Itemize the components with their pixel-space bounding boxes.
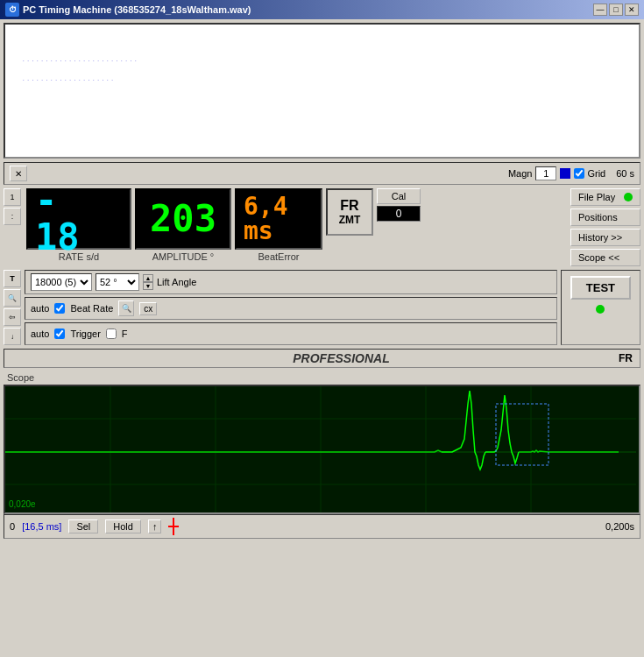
test-area: TEST bbox=[561, 270, 640, 345]
fr-line1: FR bbox=[340, 197, 358, 214]
scope-grid-svg bbox=[5, 386, 639, 512]
beat-rate-search[interactable]: 🔍 bbox=[118, 300, 134, 316]
titlebar-left: ⏱ PC Timing Machine (368535274_18sWaltha… bbox=[5, 3, 251, 17]
scope-end-time: 0,200s bbox=[605, 521, 634, 532]
right-panel: File Play Positions History >> Scope << bbox=[570, 188, 640, 266]
file-play-button[interactable]: File Play bbox=[570, 188, 640, 206]
param-rows: 18000 (5) 52 ° ▲ ▼ Lift Angle auto Beat … bbox=[25, 270, 557, 345]
amplitude-label: AMPLITUDE ° bbox=[152, 251, 214, 262]
trigger-row: auto Trigger F bbox=[25, 322, 557, 345]
file-play-led bbox=[624, 193, 633, 201]
lift-angle-label: Lift Angle bbox=[157, 277, 196, 287]
beat-rate-auto: auto bbox=[31, 303, 49, 314]
grid-label-text: Grid bbox=[587, 168, 605, 179]
rate-value: - 18 bbox=[35, 182, 123, 256]
nav-btn-colon[interactable]: : bbox=[4, 208, 21, 225]
scope-up-arrow[interactable]: ↑ bbox=[148, 519, 162, 533]
down-button[interactable]: ↓ bbox=[4, 328, 21, 345]
waveform-x-button[interactable]: ✕ bbox=[10, 166, 27, 181]
waveform-display: · · · · · · · · · · · · · · · · · · · · … bbox=[4, 23, 640, 159]
rate-label: RATE s/d bbox=[59, 251, 99, 262]
test-led bbox=[596, 305, 605, 314]
waveform-dots-top: · · · · · · · · · · · · · · · · · · · · … bbox=[23, 58, 138, 63]
waveform-controls: Magn Grid 60 s bbox=[508, 166, 634, 180]
cal-value: 0 bbox=[377, 206, 421, 222]
beat-rate-row: auto Beat Rate 🔍 cx bbox=[25, 297, 557, 320]
close-button[interactable]: ✕ bbox=[625, 4, 639, 16]
lift-down-btn[interactable]: ▼ bbox=[143, 282, 153, 290]
amplitude-meter: 203 bbox=[135, 188, 231, 250]
fr-zmt-logo: FR ZMT bbox=[326, 188, 373, 236]
trigger-f-checkbox[interactable] bbox=[106, 328, 117, 339]
test-button[interactable]: TEST bbox=[570, 276, 631, 300]
app-icon: ⏱ bbox=[5, 3, 19, 17]
scope-button[interactable]: Scope << bbox=[570, 249, 640, 266]
waveform-canvas: · · · · · · · · · · · · · · · · · · · · … bbox=[5, 25, 639, 157]
scope-section: Scope bbox=[4, 371, 640, 539]
sel-button[interactable]: Sel bbox=[68, 519, 98, 533]
titlebar-title: PC Timing Machine (368535274_18sWaltham.… bbox=[23, 4, 251, 15]
magn-input[interactable] bbox=[535, 166, 556, 180]
minimize-button[interactable]: — bbox=[593, 4, 607, 16]
rate-meter: - 18 bbox=[26, 188, 131, 250]
main-content: · · · · · · · · · · · · · · · · · · · · … bbox=[0, 19, 644, 542]
beat-error-value: 6,4 ms bbox=[244, 194, 314, 244]
scope-toolbar: 0 [16,5 ms] Sel Hold ↑ 0,200s bbox=[4, 514, 640, 539]
titlebar: ⏱ PC Timing Machine (368535274_18sWaltha… bbox=[0, 0, 644, 19]
fr-line2: ZMT bbox=[339, 214, 361, 226]
beat-rate-label: Beat Rate bbox=[70, 303, 113, 314]
trigger-checkbox[interactable] bbox=[54, 328, 65, 339]
t-button[interactable]: T bbox=[4, 270, 21, 287]
nav-btn-1[interactable]: 1 bbox=[4, 188, 21, 206]
trigger-auto: auto bbox=[31, 328, 49, 339]
lift-angle-select[interactable]: 52 ° bbox=[96, 273, 139, 291]
scope-header: Scope bbox=[4, 371, 640, 384]
trigger-label: Trigger bbox=[70, 328, 100, 339]
pro-bar: PROFESSIONAL FR bbox=[4, 349, 640, 368]
magn-label: Magn bbox=[508, 168, 533, 179]
history-button[interactable]: History >> bbox=[570, 229, 640, 246]
pro-label: PROFESSIONAL bbox=[64, 351, 619, 365]
beat-rate-select[interactable]: 18000 (5) bbox=[31, 273, 92, 291]
beat-error-meter: 6,4 ms bbox=[235, 188, 322, 250]
cx-button[interactable]: cx bbox=[139, 302, 157, 315]
beat-rate-checkbox[interactable] bbox=[54, 303, 65, 314]
amplitude-value: 203 bbox=[150, 201, 216, 237]
hold-button[interactable]: Hold bbox=[105, 519, 141, 533]
svg-rect-9 bbox=[496, 404, 548, 465]
arrow-button[interactable]: ⇦ bbox=[4, 308, 21, 326]
maximize-button[interactable]: □ bbox=[609, 4, 623, 16]
positions-button[interactable]: Positions bbox=[570, 208, 640, 226]
titlebar-controls[interactable]: — □ ✕ bbox=[593, 4, 639, 16]
scope-start-time: 0 bbox=[10, 521, 15, 532]
scope-display: 0,020e bbox=[4, 385, 640, 514]
magnify-button[interactable]: 🔍 bbox=[4, 289, 21, 307]
cursor-icon bbox=[168, 518, 179, 535]
cal-area: Cal 0 bbox=[377, 188, 421, 222]
grid-checkbox-label: Grid bbox=[574, 168, 605, 179]
time-label: 60 s bbox=[616, 168, 634, 179]
scope-value-label: 0,020e bbox=[9, 499, 36, 509]
beat-error-label: BeatError bbox=[258, 251, 299, 262]
fr-label: FR bbox=[619, 352, 633, 364]
color-indicator bbox=[560, 168, 570, 179]
scope-time-marker[interactable]: [16,5 ms] bbox=[22, 521, 61, 532]
cal-button[interactable]: Cal bbox=[377, 188, 421, 204]
waveform-dots-bottom: · · · · · · · · · · · · · · · · · · · · bbox=[23, 77, 114, 82]
grid-checkbox[interactable] bbox=[574, 168, 584, 179]
lift-up-btn[interactable]: ▲ bbox=[143, 274, 153, 282]
left-nav-buttons: 1 : bbox=[4, 188, 23, 225]
trigger-f-label: F bbox=[122, 328, 128, 339]
